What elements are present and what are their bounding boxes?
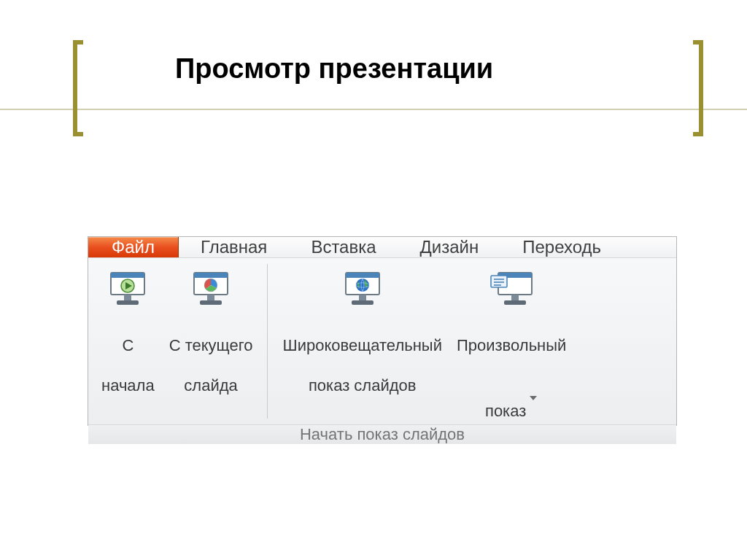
broadcast-slideshow-button[interactable]: Широковещательный показ слайдов [275, 265, 449, 424]
tab-file[interactable]: Файл [88, 237, 179, 257]
svg-rect-16 [352, 300, 374, 305]
projector-play-icon [104, 270, 151, 311]
from-current-slide-label: С текущего слайда [169, 315, 253, 395]
tab-transitions[interactable]: Переходь [500, 237, 623, 257]
custom-slideshow-button[interactable]: Произвольный показ [449, 265, 573, 424]
from-beginning-label: С начала [101, 315, 155, 395]
svg-rect-7 [194, 273, 228, 278]
tab-design[interactable]: Дизайн [398, 237, 501, 257]
svg-rect-24 [504, 300, 526, 305]
bracket-right [693, 40, 703, 136]
ribbon-group-label-text: Начать показ слайдов [300, 425, 465, 444]
from-current-slide-button[interactable]: С текущего слайда [162, 265, 260, 424]
broadcast-slideshow-label: Широковещательный показ слайдов [282, 315, 441, 395]
svg-rect-1 [111, 273, 144, 278]
group-separator [267, 264, 268, 419]
slide-title-area: Просмотр презентации [0, 40, 747, 128]
svg-rect-9 [207, 295, 214, 300]
button-group-2: Широковещательный показ слайдов [269, 258, 579, 424]
svg-marker-25 [530, 396, 537, 400]
projector-list-icon [486, 270, 537, 311]
tab-home[interactable]: Главная [179, 237, 289, 257]
custom-slideshow-label: Произвольный показ [457, 315, 566, 421]
from-beginning-button[interactable]: С начала [94, 265, 162, 424]
svg-rect-4 [124, 295, 131, 300]
title-rule [0, 109, 747, 110]
chevron-down-icon [529, 376, 538, 421]
projector-chart-icon [187, 270, 234, 311]
svg-rect-12 [346, 273, 379, 278]
projector-globe-icon [337, 270, 388, 311]
button-group-1: С начала [88, 258, 266, 424]
page-title: Просмотр презентации [175, 53, 493, 85]
svg-rect-23 [511, 295, 519, 300]
ribbon-group-label: Начать показ слайдов [88, 424, 676, 444]
svg-rect-15 [359, 295, 366, 300]
svg-rect-5 [117, 300, 139, 305]
bracket-left [73, 40, 83, 136]
ribbon-panel: Файл Главная Вставка Дизайн Переходь [88, 236, 677, 426]
tabs-row: Файл Главная Вставка Дизайн Переходь [88, 237, 676, 258]
ribbon-group-start-slideshow: С начала [88, 258, 676, 424]
tab-insert[interactable]: Вставка [289, 237, 398, 257]
svg-rect-10 [200, 300, 222, 305]
